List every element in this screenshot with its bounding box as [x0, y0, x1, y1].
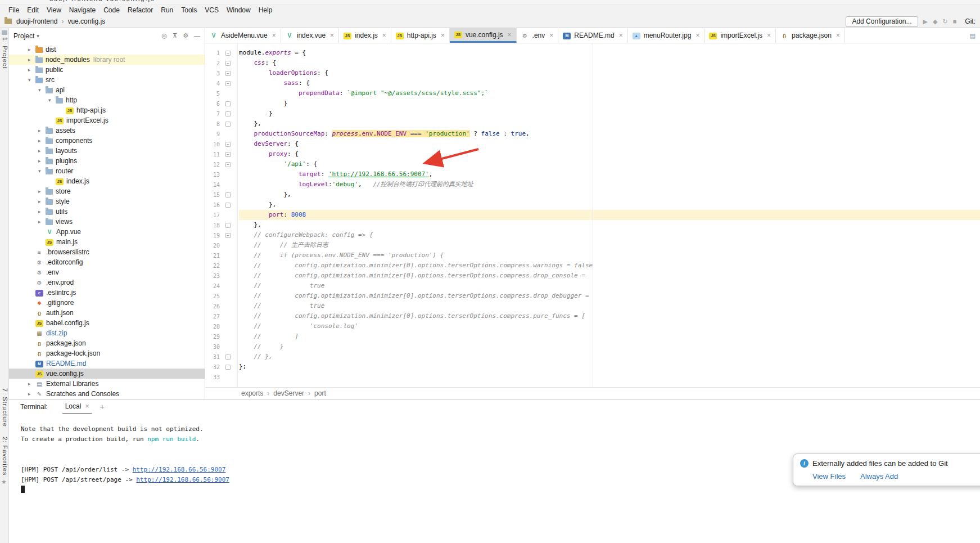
editor-tab-.env[interactable]: ⚙.env×: [517, 28, 559, 43]
fold-end-icon[interactable]: [225, 101, 231, 106]
chevron-collapsed-icon[interactable]: ▸: [28, 47, 35, 52]
tree-item-assets[interactable]: ▸assets: [9, 125, 205, 136]
toolwindow-button-structure[interactable]: 7: Structure: [1, 388, 8, 427]
close-tab-icon[interactable]: ×: [272, 32, 276, 39]
menu-vcs[interactable]: VCS: [201, 5, 223, 15]
settings-gear-icon[interactable]: ⚙: [183, 32, 188, 39]
menu-refactor[interactable]: Refactor: [124, 5, 157, 15]
tree-item-node_modules[interactable]: ▸node_moduleslibrary root: [9, 55, 205, 65]
tree-item-package-lock.json[interactable]: {}package-lock.json: [9, 348, 205, 358]
editor-tab-vue.config.js[interactable]: JSvue.config.js×: [450, 28, 517, 43]
chevron-collapsed-icon[interactable]: ▸: [38, 138, 46, 143]
tree-item-router[interactable]: ▾router: [9, 166, 205, 176]
menu-run[interactable]: Run: [157, 5, 177, 15]
fold-collapse-icon[interactable]: −: [225, 61, 231, 66]
fold-end-icon[interactable]: [225, 365, 231, 370]
fold-end-icon[interactable]: [225, 192, 231, 198]
git-branch-widget[interactable]: Git:: [965, 17, 976, 25]
chevron-collapsed-icon[interactable]: ▸: [28, 67, 35, 73]
menu-code[interactable]: Code: [100, 5, 124, 15]
breadcrumb-devServer[interactable]: devServer: [273, 389, 304, 397]
hide-panel-icon[interactable]: —: [194, 32, 200, 39]
tree-item-babel.config.js[interactable]: JSbabel.config.js: [9, 318, 205, 328]
tree-item-http[interactable]: ▾http: [9, 95, 205, 105]
chevron-collapsed-icon[interactable]: ▸: [38, 219, 46, 225]
tree-item-Scratches and Consoles[interactable]: ▸✎Scratches and Consoles: [9, 389, 205, 399]
fold-collapse-icon[interactable]: −: [225, 142, 231, 147]
tree-item-importExcel.js[interactable]: JSimportExcel.js: [9, 115, 205, 125]
tab-list-icon[interactable]: ▤: [970, 32, 976, 39]
breadcrumb-exports[interactable]: exports: [241, 389, 263, 397]
breadcrumb-port[interactable]: port: [314, 389, 326, 397]
tree-item-External Libraries[interactable]: ▸▤External Libraries: [9, 379, 205, 389]
tree-item-dist[interactable]: ▸dist: [9, 44, 205, 55]
tree-item-utils[interactable]: ▸utils: [9, 207, 205, 217]
fold-end-icon[interactable]: [225, 203, 231, 208]
chevron-down-icon[interactable]: ▾: [37, 33, 39, 39]
tree-item-.env[interactable]: ⚙.env: [9, 267, 205, 277]
tree-item-.editorconfig[interactable]: ⚙.editorconfig: [9, 257, 205, 267]
close-tab-icon[interactable]: ×: [330, 32, 334, 39]
chevron-expanded-icon[interactable]: ▾: [28, 77, 35, 83]
close-tab-icon[interactable]: ×: [696, 32, 699, 39]
chevron-collapsed-icon[interactable]: ▸: [38, 209, 46, 214]
tree-item-.eslintrc.js[interactable]: e.eslintrc.js: [9, 288, 205, 298]
close-tab-icon[interactable]: ×: [508, 31, 512, 39]
menu-file[interactable]: File: [4, 5, 23, 15]
tree-item-vue.config.js[interactable]: JSvue.config.js: [9, 369, 205, 379]
tree-item-layouts[interactable]: ▸layouts: [9, 146, 205, 156]
rerun-icon[interactable]: ↻: [942, 18, 947, 25]
menu-window[interactable]: Window: [223, 5, 255, 15]
tree-item-index.js[interactable]: JSindex.js: [9, 176, 205, 186]
terminal-link[interactable]: http://192.168.66.56:9007: [136, 476, 229, 483]
editor-tab-AsideMenu.vue[interactable]: VAsideMenu.vue×: [205, 28, 281, 43]
fold-end-icon[interactable]: [225, 122, 231, 127]
fold-collapse-icon[interactable]: −: [225, 162, 231, 167]
close-terminal-tab-icon[interactable]: ×: [85, 402, 89, 410]
collapse-all-icon[interactable]: ⊼: [173, 32, 177, 39]
editor-tab-http-api.js[interactable]: JShttp-api.js×: [391, 28, 450, 43]
toolwindow-button-project[interactable]: 1: Project: [1, 37, 8, 69]
tree-item-style[interactable]: ▸style: [9, 196, 205, 207]
tree-item-plugins[interactable]: ▸plugins: [9, 156, 205, 166]
view-files-link[interactable]: View Files: [812, 472, 846, 481]
chevron-collapsed-icon[interactable]: ▸: [28, 57, 35, 62]
editor-tab-menuRouter.jpg[interactable]: ▲menuRouter.jpg×: [628, 28, 705, 43]
close-tab-icon[interactable]: ×: [836, 32, 840, 39]
tree-item-README.md[interactable]: MREADME.md: [9, 358, 205, 369]
tree-item-.gitignore[interactable]: ◆.gitignore: [9, 298, 205, 308]
fold-collapse-icon[interactable]: −: [225, 71, 231, 76]
tree-item-auth.json[interactable]: {}auth.json: [9, 308, 205, 318]
tree-item-package.json[interactable]: {}package.json: [9, 338, 205, 348]
chevron-collapsed-icon[interactable]: ▸: [38, 128, 46, 133]
toolwindow-button-favorites[interactable]: 2: Favorites: [1, 437, 8, 475]
tree-item-store[interactable]: ▸store: [9, 186, 205, 196]
menu-navigate[interactable]: Navigate: [65, 5, 100, 15]
chevron-expanded-icon[interactable]: ▾: [38, 168, 46, 174]
locate-file-icon[interactable]: ◎: [161, 32, 167, 39]
editor-tab-index.vue[interactable]: Vindex.vue×: [281, 28, 339, 43]
terminal-link[interactable]: http://192.168.66.56:9007: [133, 466, 226, 473]
toolbar-breadcrumb-file[interactable]: vue.config.js: [67, 17, 105, 25]
tree-item-public[interactable]: ▸public: [9, 65, 205, 75]
close-tab-icon[interactable]: ×: [382, 32, 386, 39]
debug-icon[interactable]: ◆: [933, 18, 937, 25]
favorites-star-icon[interactable]: ★: [1, 478, 7, 486]
close-tab-icon[interactable]: ×: [549, 32, 553, 39]
tree-item-App.vue[interactable]: VApp.vue: [9, 227, 205, 237]
chevron-collapsed-icon[interactable]: ▸: [38, 199, 46, 204]
editor-tab-package.json[interactable]: {}package.json×: [776, 28, 845, 43]
editor-tab-index.js[interactable]: JSindex.js×: [339, 28, 391, 43]
chevron-collapsed-icon[interactable]: ▸: [38, 158, 46, 164]
fold-collapse-icon[interactable]: −: [225, 51, 231, 56]
terminal-tab-local[interactable]: Local ×: [62, 400, 92, 414]
run-icon[interactable]: ▶: [923, 18, 928, 25]
fold-end-icon[interactable]: [225, 354, 231, 360]
chevron-expanded-icon[interactable]: ▾: [38, 87, 46, 93]
fold-collapse-icon[interactable]: −: [225, 233, 231, 238]
chevron-expanded-icon[interactable]: ▾: [48, 97, 56, 103]
editor-tab-README.md[interactable]: MREADME.md×: [558, 28, 627, 43]
tree-item-src[interactable]: ▾src: [9, 75, 205, 85]
new-terminal-icon[interactable]: +: [100, 402, 104, 411]
chevron-collapsed-icon[interactable]: ▸: [28, 381, 35, 387]
